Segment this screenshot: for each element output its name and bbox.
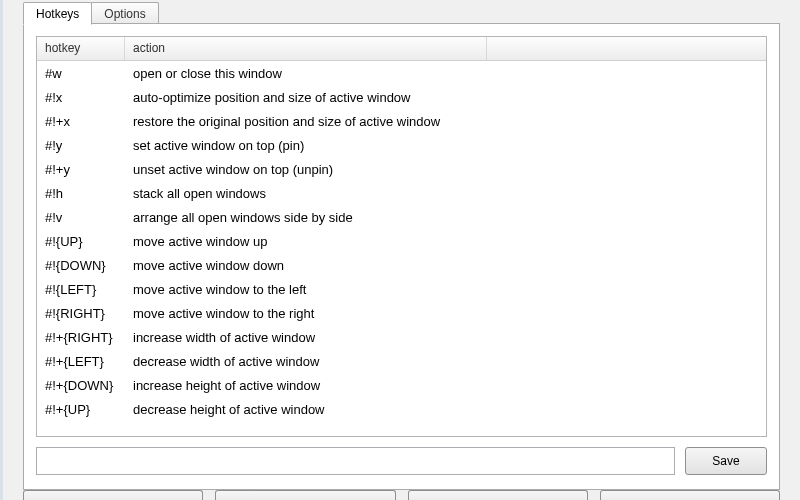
cell-hotkey: #!+{RIGHT} bbox=[37, 330, 125, 345]
cell-action: move active window to the right bbox=[125, 306, 766, 321]
cell-hotkey: #!y bbox=[37, 138, 125, 153]
cell-action: increase width of active window bbox=[125, 330, 766, 345]
cell-hotkey: #!x bbox=[37, 90, 125, 105]
tab-hotkeys[interactable]: Hotkeys bbox=[23, 2, 92, 25]
cell-action: open or close this window bbox=[125, 66, 766, 81]
column-header-hotkey[interactable]: hotkey bbox=[37, 37, 125, 60]
cell-action: unset active window on top (unpin) bbox=[125, 162, 766, 177]
table-row[interactable]: #!{UP}move active window up bbox=[37, 229, 766, 253]
table-row[interactable]: #!{DOWN}move active window down bbox=[37, 253, 766, 277]
cell-hotkey: #!+y bbox=[37, 162, 125, 177]
cell-action: increase height of active window bbox=[125, 378, 766, 393]
cell-hotkey: #w bbox=[37, 66, 125, 81]
cell-hotkey: #!+{UP} bbox=[37, 402, 125, 417]
dialog-footer-buttons bbox=[23, 490, 780, 500]
table-row[interactable]: #!{LEFT}move active window to the left bbox=[37, 277, 766, 301]
table-row[interactable]: #!+{DOWN}increase height of active windo… bbox=[37, 373, 766, 397]
hotkey-listview[interactable]: hotkey action #wopen or close this windo… bbox=[36, 36, 767, 437]
table-row[interactable]: #!yset active window on top (pin) bbox=[37, 133, 766, 157]
column-header-action[interactable]: action bbox=[125, 37, 487, 60]
cell-hotkey: #!{UP} bbox=[37, 234, 125, 249]
cell-hotkey: #!h bbox=[37, 186, 125, 201]
cell-action: move active window to the left bbox=[125, 282, 766, 297]
cell-hotkey: #!+{LEFT} bbox=[37, 354, 125, 369]
table-row[interactable]: #!hstack all open windows bbox=[37, 181, 766, 205]
table-row[interactable]: #!+{RIGHT}increase width of active windo… bbox=[37, 325, 766, 349]
table-row[interactable]: #!{RIGHT}move active window to the right bbox=[37, 301, 766, 325]
column-header-filler[interactable] bbox=[487, 37, 766, 60]
footer-button-stub[interactable] bbox=[408, 490, 588, 500]
table-row[interactable]: #!+xrestore the original position and si… bbox=[37, 109, 766, 133]
table-row[interactable]: #wopen or close this window bbox=[37, 61, 766, 85]
table-row[interactable]: #!varrange all open windows side by side bbox=[37, 205, 766, 229]
cell-action: move active window up bbox=[125, 234, 766, 249]
tab-options[interactable]: Options bbox=[91, 2, 158, 24]
footer-button-stub[interactable] bbox=[600, 490, 780, 500]
footer-button-stub[interactable] bbox=[215, 490, 395, 500]
tab-strip: Hotkeys Options bbox=[23, 0, 780, 24]
cell-action: set active window on top (pin) bbox=[125, 138, 766, 153]
cell-action: move active window down bbox=[125, 258, 766, 273]
tab-panel-hotkeys: hotkey action #wopen or close this windo… bbox=[23, 23, 780, 490]
table-row[interactable]: #!+{LEFT}decrease width of active window bbox=[37, 349, 766, 373]
cell-hotkey: #!+{DOWN} bbox=[37, 378, 125, 393]
window-root: Hotkeys Options hotkey action #wopen or … bbox=[0, 0, 800, 500]
cell-hotkey: #!{LEFT} bbox=[37, 282, 125, 297]
listview-header: hotkey action bbox=[37, 37, 766, 61]
cell-action: auto-optimize position and size of activ… bbox=[125, 90, 766, 105]
table-row[interactable]: #!+yunset active window on top (unpin) bbox=[37, 157, 766, 181]
hotkey-edit-input[interactable] bbox=[36, 447, 675, 475]
cell-hotkey: #!{DOWN} bbox=[37, 258, 125, 273]
table-row[interactable]: #!xauto-optimize position and size of ac… bbox=[37, 85, 766, 109]
cell-hotkey: #!{RIGHT} bbox=[37, 306, 125, 321]
cell-action: stack all open windows bbox=[125, 186, 766, 201]
cell-hotkey: #!v bbox=[37, 210, 125, 225]
save-button[interactable]: Save bbox=[685, 447, 767, 475]
cell-action: decrease width of active window bbox=[125, 354, 766, 369]
cell-action: restore the original position and size o… bbox=[125, 114, 766, 129]
cell-hotkey: #!+x bbox=[37, 114, 125, 129]
listview-rows: #wopen or close this window#!xauto-optim… bbox=[37, 61, 766, 421]
cell-action: arrange all open windows side by side bbox=[125, 210, 766, 225]
table-row[interactable]: #!+{UP}decrease height of active window bbox=[37, 397, 766, 421]
cell-action: decrease height of active window bbox=[125, 402, 766, 417]
bottom-bar: Save bbox=[36, 447, 767, 475]
footer-button-stub[interactable] bbox=[23, 490, 203, 500]
